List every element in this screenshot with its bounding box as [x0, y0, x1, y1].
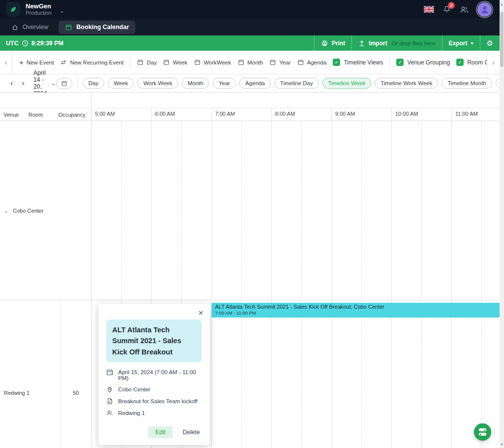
view-pill-day[interactable]: Day — [83, 78, 104, 89]
view-pill-work-week[interactable]: Work Week — [137, 78, 178, 89]
view-pill-year[interactable]: Year — [213, 78, 236, 89]
import-button[interactable]: Import — [358, 40, 387, 47]
grid-cell[interactable] — [302, 300, 332, 448]
date-picker-button[interactable] — [56, 78, 72, 89]
time-header-row: 5:00 AM 6:00 AM 7:00 AM 8:00 AM 9:00 AM … — [92, 108, 500, 121]
popup-location: Cobo Center — [118, 386, 150, 392]
grid-cell[interactable] — [392, 300, 422, 448]
toolbar-scroll-left-button[interactable]: ‹ — [0, 51, 13, 74]
scrollbar-thumb[interactable] — [500, 12, 504, 67]
day-view-button[interactable]: Day — [137, 59, 157, 65]
checkbox-checked-icon: ✓ — [333, 59, 340, 66]
scroll-down-arrow-icon[interactable]: ▼ — [500, 443, 504, 446]
grid-cell[interactable] — [482, 121, 500, 300]
grid-cell[interactable] — [422, 300, 452, 448]
timeline-views-checkbox[interactable]: ✓ Timeline Views — [333, 59, 383, 66]
popup-datetime: April 15, 2024 (7:00 AM - 11:00 PM) — [118, 369, 202, 381]
scroll-up-arrow-icon[interactable]: ▲ — [500, 2, 504, 6]
export-dropdown[interactable]: Export ▾ — [442, 35, 480, 51]
prev-week-button[interactable]: ‹ — [6, 79, 17, 88]
clock-icon — [22, 40, 29, 47]
new-recurring-event-button[interactable]: New Recurring Event — [60, 59, 124, 65]
venue-grouping-checkbox[interactable]: ✓ Venue Grouping — [396, 59, 450, 66]
view-pill-agenda[interactable]: Agenda — [239, 78, 271, 89]
grid-cell[interactable] — [152, 121, 182, 300]
time-header: 9:00 AM — [332, 108, 392, 121]
fab-customize-button[interactable] — [474, 423, 491, 441]
calendar-icon — [269, 59, 276, 65]
notifications-button[interactable]: 2 — [442, 5, 451, 14]
view-pill-timeline-work-week[interactable]: Timeline Work Week — [375, 78, 438, 89]
timezone-label: UTC — [6, 40, 19, 47]
edit-button[interactable]: Edit — [148, 426, 173, 438]
grid-cell[interactable] — [332, 300, 362, 448]
main-nav: Overview Booking Calendar — [0, 19, 500, 35]
view-pill-month[interactable]: Month — [182, 78, 209, 89]
grid-cell[interactable] — [92, 121, 122, 300]
week-view-button[interactable]: Week — [163, 59, 187, 65]
document-icon — [106, 398, 113, 405]
tab-booking-calendar[interactable]: Booking Calendar — [59, 21, 135, 34]
month-view-button[interactable]: Month — [238, 59, 263, 65]
view-pill-timeline-month[interactable]: Timeline Month — [441, 78, 492, 89]
repeat-icon — [60, 59, 67, 65]
grid-cell[interactable] — [422, 121, 452, 300]
venue-group-row: ⌄ Cobo Center — [0, 121, 500, 300]
agenda-view-button[interactable]: Agenda — [297, 59, 327, 65]
grid-cell[interactable] — [362, 300, 392, 448]
toolbar-items: + New Event New Recurring Event Day Week… — [13, 51, 487, 74]
language-flag-icon[interactable] — [424, 6, 434, 13]
venue-column-header: Venue — [0, 112, 29, 118]
new-event-button[interactable]: + New Event — [19, 59, 54, 66]
app-logo[interactable] — [6, 2, 21, 17]
popup-description: Breakout for Sales Team kickoff — [118, 398, 197, 404]
checkbox-checked-icon: ✓ — [456, 59, 464, 66]
tab-overview-label: Overview — [23, 24, 48, 31]
toolbar-scroll-right-button[interactable]: › — [487, 51, 500, 74]
vertical-scrollbar[interactable]: ▲ ▼ — [500, 0, 504, 448]
user-avatar[interactable] — [477, 2, 492, 17]
delete-button[interactable]: Delete — [183, 429, 200, 436]
event-bar[interactable]: ALT Atlanta Tech Summit 2021 - Sales Kic… — [212, 303, 500, 318]
calendar-icon — [61, 80, 67, 87]
grid-cell[interactable] — [242, 300, 272, 448]
grid-cell[interactable] — [212, 300, 242, 448]
agenda-view-label: Agenda — [307, 60, 327, 65]
grid-cell[interactable] — [332, 121, 362, 300]
environment-label: Production — [26, 10, 52, 16]
room-resource-cell[interactable]: Redwing 1 50 — [0, 300, 92, 448]
import-label: Import — [369, 40, 387, 47]
workweek-view-button[interactable]: WorkWeek — [194, 59, 231, 65]
grid-cell[interactable] — [212, 121, 242, 300]
settings-button[interactable]: ⚙ — [480, 35, 500, 51]
chevron-down-icon: ⌄ — [51, 80, 56, 87]
view-pill-timeline-day[interactable]: Timeline Day — [274, 78, 319, 89]
next-week-button[interactable]: › — [17, 79, 29, 88]
room-grouping-checkbox[interactable]: ✓ Room Grouping — [456, 59, 487, 66]
grid-cell[interactable] — [182, 121, 212, 300]
chevron-left-icon: ‹ — [10, 79, 13, 87]
venue-cell[interactable]: ⌄ Cobo Center — [0, 121, 92, 300]
users-icon[interactable] — [460, 5, 469, 14]
collapse-chevron-icon[interactable]: ⌄ — [4, 207, 8, 214]
grid-cell[interactable] — [302, 121, 332, 300]
popup-location-row: Cobo Center — [98, 386, 210, 393]
tab-overview[interactable]: Overview — [5, 21, 55, 34]
view-switcher: Day Week Work Week Month Year Agenda Tim… — [56, 78, 504, 89]
grid-cell[interactable] — [242, 121, 272, 300]
grid-cell[interactable] — [362, 121, 392, 300]
room-grouping-label: Room Grouping — [467, 59, 487, 66]
popup-close-button[interactable]: × — [198, 309, 203, 317]
view-pill-week[interactable]: Week — [108, 78, 134, 89]
resource-header-spacer — [0, 93, 92, 108]
org-switcher-chevron-icon[interactable]: ⌄ — [60, 7, 65, 14]
grid-cell[interactable] — [272, 300, 302, 448]
view-pill-timeline-week[interactable]: Timeline Week — [322, 78, 371, 89]
grid-cell[interactable] — [122, 121, 152, 300]
grid-cell[interactable] — [452, 121, 482, 300]
grid-cell[interactable] — [272, 121, 302, 300]
location-pin-icon — [106, 386, 113, 393]
print-button[interactable]: Print — [314, 35, 351, 51]
grid-cell[interactable] — [392, 121, 422, 300]
year-view-button[interactable]: Year — [269, 59, 290, 65]
